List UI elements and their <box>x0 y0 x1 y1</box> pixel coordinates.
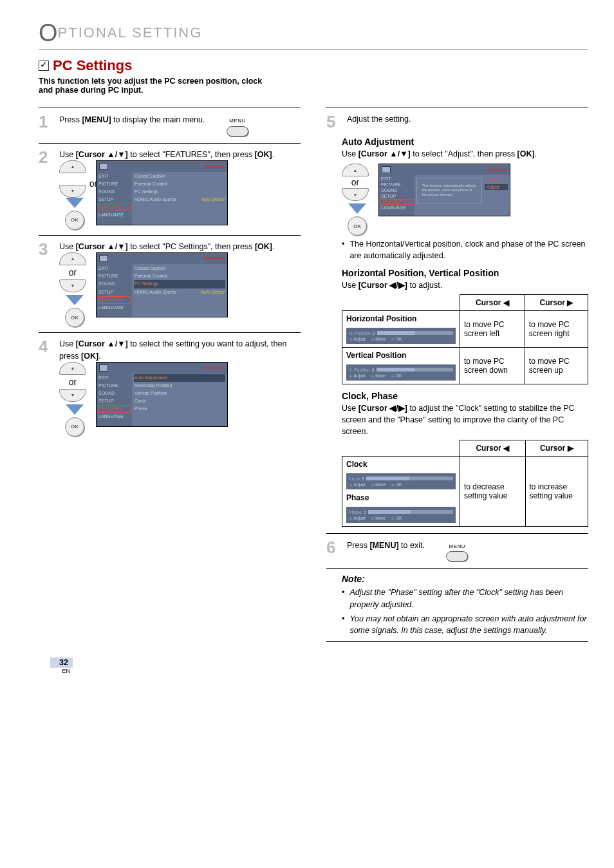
arrow-down-icon <box>66 198 84 208</box>
monitor-icon <box>99 255 108 262</box>
menu-button-graphic: MENU <box>227 117 248 137</box>
osd-adjust-popup-screenshot: MAGNAVOX EXIT PICTURE SOUND SETUP FEATUR… <box>378 164 510 216</box>
clock-osd: Clock0 AdjustMoveOK <box>346 473 456 489</box>
pill-button-icon <box>446 551 468 561</box>
intro-text: This function lets you adjust the PC scr… <box>39 77 277 95</box>
cursor-down-icon: ▼ <box>59 279 86 292</box>
clock-phase-table: Cursor ◀ Cursor ▶ Clock Clock0 AdjustMov… <box>342 440 588 527</box>
step-6: 6 Press [MENU] to exit. MENU <box>326 539 588 563</box>
cursor-down-icon: ▼ <box>59 389 86 402</box>
ok-button-icon: OK <box>65 211 84 230</box>
page-footer: 32 EN <box>39 660 588 679</box>
arrow-down-icon <box>348 203 366 214</box>
right-column: 5 Adjust the setting. Auto Adjustment Us… <box>326 102 588 647</box>
or-label: or <box>89 177 97 190</box>
cursor-sequence: ▲ or ▼ OK <box>59 252 86 327</box>
divider <box>326 641 588 642</box>
monitor-icon <box>99 163 108 170</box>
divider <box>39 235 301 236</box>
table-row: Clock Clock0 AdjustMoveOK Phase Phase0 A… <box>342 456 588 526</box>
position-table: Cursor ◀ Cursor ▶ Horizontal Position H.… <box>342 294 588 384</box>
cursor-sequence: ▲ ▼ or OK <box>59 160 86 230</box>
step-5: 5 Adjust the setting. <box>326 113 588 130</box>
cursor-sequence: ▲ or ▼ OK <box>59 362 86 437</box>
page-header: OPTIONAL SETTING <box>39 19 588 50</box>
hv-position-heading: Horizontal Position, Vertical Position <box>342 268 588 278</box>
cursor-up-icon: ▲ <box>59 252 86 265</box>
divider <box>326 568 588 569</box>
section-title-row: PC Settings <box>39 57 588 74</box>
vposition-osd: V. Position0 AdjustMoveOK <box>346 364 456 381</box>
col-cursor-right: Cursor ▶ <box>525 294 588 310</box>
ok-button-icon: OK <box>65 308 84 327</box>
cursor-down-icon: ▼ <box>342 188 369 201</box>
hposition-osd: H. Position0 AdjustMoveOK <box>346 328 456 344</box>
step-number: 1 <box>39 113 53 138</box>
auto-adjustment-heading: Auto Adjustment <box>342 137 588 147</box>
divider <box>39 332 301 333</box>
auto-adj-bullet: •The Horizontal/Vertical position, clock… <box>342 238 588 261</box>
divider <box>39 108 301 108</box>
divider <box>39 143 301 144</box>
monitor-icon <box>99 364 108 372</box>
auto-adjustment-text: Use [Cursor ▲/▼] to select "Adjust", the… <box>342 148 588 160</box>
osd-features-screenshot: MAGNAVOX EXIT PICTURE SOUND SETUP FEATUR… <box>96 160 228 225</box>
left-column: 1 Press [MENU] to display the main menu.… <box>39 102 301 647</box>
clock-phase-heading: Clock, Phase <box>342 391 588 401</box>
divider <box>326 533 588 534</box>
step-3: 3 Use [Cursor ▲/▼] to select "PC Setting… <box>39 241 301 327</box>
phase-osd: Phase0 AdjustMoveOK <box>346 507 456 523</box>
table-row: Vertical Position V. Position0 AdjustMov… <box>342 347 588 384</box>
checkbox-icon <box>39 61 49 71</box>
col-cursor-left: Cursor ◀ <box>460 294 525 310</box>
divider <box>326 108 588 108</box>
cursor-up-icon: ▲ <box>59 160 86 173</box>
cursor-up-icon: ▲ <box>342 164 369 176</box>
step-1: 1 Press [MENU] to display the main menu.… <box>39 113 301 138</box>
monitor-icon <box>382 166 391 173</box>
note-block: Note: •Adjust the "Phase" setting after … <box>326 574 588 636</box>
osd-adjustlist-screenshot: MAGNAVOX EXIT PICTURE SOUND SETUP FEATUR… <box>96 362 228 427</box>
ok-button-icon: OK <box>65 417 84 437</box>
header-initial: O <box>39 19 59 47</box>
table-row: Horizontal Position H. Position0 AdjustM… <box>342 310 588 347</box>
cursor-down-icon: ▼ <box>59 185 86 198</box>
pill-button-icon <box>227 126 248 137</box>
step-2: 2 Use [Cursor ▲/▼] to select "FEATURES",… <box>39 149 301 230</box>
section-title: PC Settings <box>53 57 132 74</box>
page-number: 32 <box>50 657 73 668</box>
menu-button-graphic: MENU <box>446 543 468 562</box>
cursor-up-icon: ▲ <box>59 362 86 375</box>
arrow-down-icon <box>66 295 84 305</box>
arrow-down-icon <box>66 404 84 415</box>
osd-pcsettings-screenshot: MAGNAVOX EXIT PICTURE SOUND SETUP FEATUR… <box>96 252 228 317</box>
step-4: 4 Use [Cursor ▲/▼] to select the setting… <box>39 338 301 437</box>
cursor-sequence: ▲ or ▼ OK <box>342 164 369 236</box>
ok-button-icon: OK <box>348 216 367 236</box>
header-text: PTIONAL SETTING <box>58 24 203 41</box>
